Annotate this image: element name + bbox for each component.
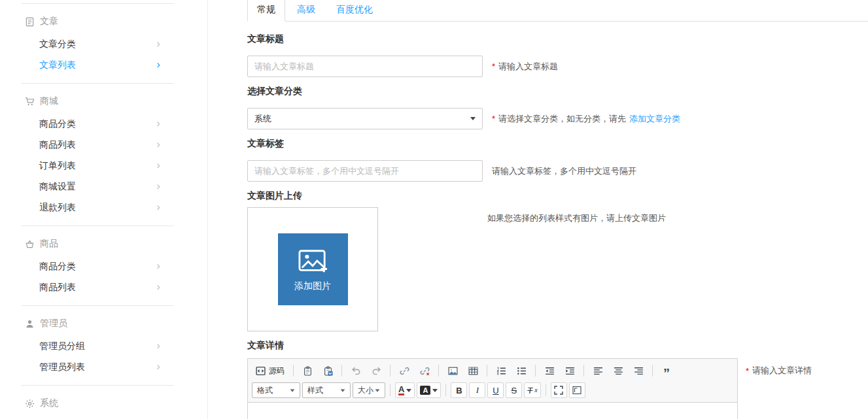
sidebar-section-header-article: 文章 bbox=[0, 4, 207, 34]
sidebar-item-label: 管理员分组 bbox=[39, 341, 85, 352]
field-label: 文章图片上传 bbox=[247, 190, 868, 201]
remove-format-sub: x bbox=[534, 387, 538, 394]
outdent-button[interactable] bbox=[540, 363, 559, 378]
article-form: 文章标题 * 请输入文章标题 选择文章分类 系统 bbox=[247, 22, 868, 419]
paste-button[interactable] bbox=[298, 363, 317, 378]
maximize-icon bbox=[554, 386, 563, 395]
unlink-icon bbox=[420, 366, 430, 376]
redo-button[interactable] bbox=[367, 363, 385, 378]
toolbar-separator bbox=[390, 365, 391, 377]
remove-format-icon: T bbox=[527, 386, 532, 395]
italic-button[interactable]: I bbox=[469, 382, 485, 398]
sidebar-section-header-admin: 管理员 bbox=[0, 306, 207, 336]
field-label: 选择文章分类 bbox=[247, 86, 868, 96]
remove-format-button[interactable]: Tx bbox=[524, 382, 540, 398]
document-icon bbox=[25, 17, 35, 27]
text-color-button[interactable]: A bbox=[395, 382, 415, 398]
format-select[interactable]: 格式 bbox=[252, 382, 300, 398]
tab-baidu-seo[interactable]: 百度优化 bbox=[327, 0, 382, 21]
blockquote-button[interactable]: ” bbox=[657, 363, 676, 378]
tab-advanced[interactable]: 高级 bbox=[288, 0, 324, 21]
undo-button[interactable] bbox=[347, 363, 365, 378]
ordered-list-icon bbox=[496, 366, 506, 376]
sidebar-section-system: 系统 基本信息 › bbox=[0, 386, 207, 419]
field-help: * 请选择文章分类，如无分类，请先 添加文章分类 bbox=[492, 113, 680, 125]
align-center-icon bbox=[614, 366, 623, 376]
field-article-image: 文章图片上传 添加图片 如果您选择的列表样式有图片，请上传文章图片 bbox=[247, 190, 868, 331]
format-select-label: 格式 bbox=[257, 385, 273, 396]
unordered-list-button[interactable] bbox=[512, 363, 530, 378]
chevron-right-icon: › bbox=[156, 38, 160, 49]
field-help: 如果您选择的列表样式有图片，请上传文章图片 bbox=[487, 212, 666, 224]
sidebar-item-goods-category[interactable]: 商品分类 › bbox=[0, 114, 207, 135]
sidebar-item-product-list[interactable]: 商品列表 › bbox=[0, 277, 207, 298]
unlink-button[interactable] bbox=[415, 363, 434, 378]
paste-from-word-button[interactable] bbox=[319, 363, 337, 378]
sidebar-item-basic-info[interactable]: 基本信息 › bbox=[0, 416, 207, 419]
sidebar-section-header-system: 系统 bbox=[0, 386, 207, 416]
sidebar-section-admin: 管理员 管理员分组 › 管理员列表 › bbox=[0, 306, 207, 385]
field-article-detail: 文章详情 源码 bbox=[247, 340, 868, 419]
sidebar-item-label: 商品列表 bbox=[39, 139, 76, 151]
field-help: * 请输入文章标题 bbox=[492, 61, 558, 73]
sidebar-item-goods-list[interactable]: 商品列表 › bbox=[0, 135, 207, 156]
article-category-select[interactable]: 系统 bbox=[247, 108, 483, 129]
editor-content[interactable] bbox=[248, 403, 737, 419]
strikethrough-button[interactable]: S bbox=[506, 382, 522, 398]
sidebar-item-mall-settings[interactable]: 商城设置 › bbox=[0, 176, 207, 197]
toolbar-separator bbox=[583, 365, 584, 377]
add-article-category-link[interactable]: 添加文章分类 bbox=[629, 113, 680, 125]
redo-icon bbox=[372, 366, 381, 376]
sidebar: 文章 文章分类 › 文章列表 › 商城 商品分类 › 商品列表 bbox=[0, 0, 208, 419]
sidebar-item-article-category[interactable]: 文章分类 › bbox=[0, 34, 207, 55]
main-content: 常规 高级 百度优化 文章标题 * 请输入文章标题 选择文章分类 bbox=[208, 0, 868, 419]
insert-image-button[interactable] bbox=[443, 363, 462, 378]
toolbar-separator bbox=[546, 384, 546, 396]
gear-icon bbox=[25, 399, 35, 409]
chevron-right-icon: › bbox=[156, 201, 160, 212]
sidebar-item-refund-list[interactable]: 退款列表 › bbox=[0, 197, 207, 218]
help-text: 请输入文章标题 bbox=[498, 61, 558, 73]
blockquote-icon: ” bbox=[663, 365, 670, 377]
chevron-right-icon: › bbox=[156, 139, 160, 150]
align-left-button[interactable] bbox=[589, 363, 607, 378]
sidebar-section-product: 商品 商品分类 › 商品列表 › bbox=[0, 226, 207, 305]
underline-button[interactable]: U bbox=[487, 382, 504, 398]
font-size-select[interactable]: 大小 bbox=[353, 382, 385, 398]
sidebar-item-order-list[interactable]: 订单列表 › bbox=[0, 156, 207, 176]
tab-bar: 常规 高级 百度优化 bbox=[247, 0, 868, 22]
sidebar-item-product-category[interactable]: 商品分类 › bbox=[0, 256, 207, 277]
tab-general[interactable]: 常规 bbox=[247, 0, 285, 22]
sidebar-item-label: 文章分类 bbox=[39, 39, 76, 50]
style-select[interactable]: 样式 bbox=[302, 382, 351, 398]
add-image-button[interactable]: 添加图片 bbox=[278, 233, 348, 305]
link-button[interactable] bbox=[395, 363, 413, 378]
article-title-input[interactable] bbox=[247, 56, 483, 77]
toolbar-separator bbox=[341, 365, 342, 377]
app-window: 文章 文章分类 › 文章列表 › 商城 商品分类 › 商品列表 bbox=[0, 0, 868, 419]
field-label: 文章标签 bbox=[247, 138, 868, 148]
maximize-button[interactable] bbox=[551, 382, 567, 398]
sidebar-item-admin-group[interactable]: 管理员分组 › bbox=[0, 336, 207, 357]
toolbar-separator bbox=[445, 384, 446, 396]
sidebar-section-label: 文章 bbox=[40, 16, 58, 27]
sidebar-item-admin-list[interactable]: 管理员列表 › bbox=[0, 357, 207, 378]
background-color-button[interactable]: A bbox=[417, 382, 441, 398]
sidebar-item-label: 订单列表 bbox=[39, 160, 76, 172]
editor-toolbar-row-2: 格式 样式 大小 bbox=[252, 382, 733, 399]
sidebar-item-article-list[interactable]: 文章列表 › bbox=[0, 55, 207, 76]
article-tags-input[interactable] bbox=[247, 160, 483, 182]
show-blocks-button[interactable] bbox=[569, 382, 585, 398]
bold-button[interactable]: B bbox=[451, 382, 467, 398]
align-center-button[interactable] bbox=[609, 363, 627, 378]
insert-table-button[interactable] bbox=[464, 363, 482, 378]
field-article-title: 文章标题 * 请输入文章标题 bbox=[247, 33, 868, 77]
unordered-list-icon bbox=[517, 366, 527, 376]
indent-button[interactable] bbox=[561, 363, 579, 378]
source-code-button[interactable]: 源码 bbox=[252, 363, 288, 378]
align-right-button[interactable] bbox=[629, 363, 648, 378]
toolbar-separator bbox=[535, 365, 536, 377]
add-image-label: 添加图片 bbox=[294, 280, 331, 292]
ordered-list-button[interactable] bbox=[492, 363, 510, 378]
sidebar-section-header-mall: 商城 bbox=[0, 84, 207, 114]
